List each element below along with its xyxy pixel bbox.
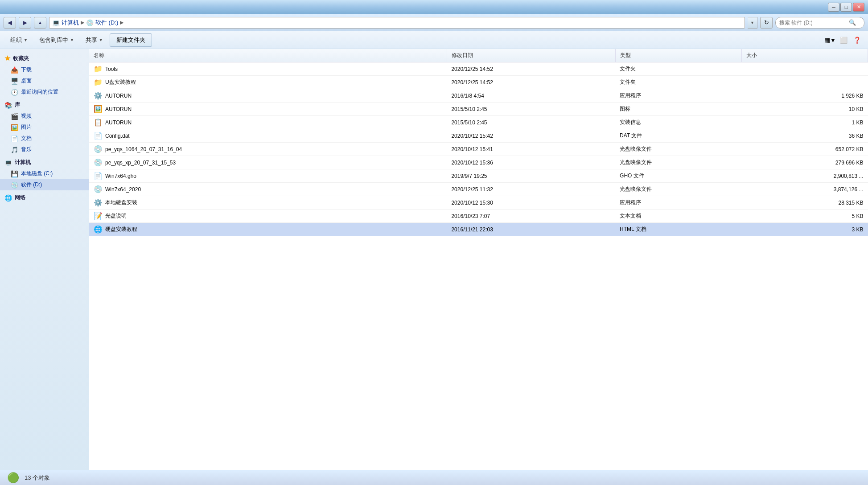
table-row[interactable]: 🌐 硬盘安装教程 2016/11/21 22:03 HTML 文档 3 KB xyxy=(89,223,868,236)
file-type: DAT 文件 xyxy=(615,129,741,143)
file-type: 文件夹 xyxy=(615,76,741,89)
file-name-cell: ⚙️ AUTORUN xyxy=(89,89,447,103)
file-area[interactable]: 名称 修改日期 类型 大小 📁 Tools 2020/12/25 14:52 文… xyxy=(89,49,868,470)
file-type: 光盘映像文件 xyxy=(615,183,741,196)
maximize-button[interactable]: □ xyxy=(840,3,852,12)
table-row[interactable]: ⚙️ AUTORUN 2016/1/8 4:54 应用程序 1,926 KB xyxy=(89,89,868,103)
sidebar-item-downloads[interactable]: 📥 下载 xyxy=(0,64,89,75)
file-type-icon: 📋 xyxy=(94,118,103,127)
file-name: U盘安装教程 xyxy=(105,78,136,86)
col-date-header[interactable]: 修改日期 xyxy=(447,49,615,62)
new-folder-button[interactable]: 新建文件夹 xyxy=(110,33,152,47)
table-row[interactable]: 📝 光盘说明 2016/10/23 7:07 文本文档 5 KB xyxy=(89,210,868,223)
table-row[interactable]: 📁 U盘安装教程 2020/12/25 14:52 文件夹 xyxy=(89,76,868,89)
file-name-cell: 💿 pe_yqs_xp_20_07_31_15_53 xyxy=(89,156,447,169)
help-button[interactable]: ❓ xyxy=(851,34,863,46)
computer-label: 计算机 xyxy=(15,159,31,166)
file-type-icon: 📁 xyxy=(94,78,103,86)
favorites-label: 收藏夹 xyxy=(13,55,29,62)
search-box: 🔍 xyxy=(775,17,864,29)
file-type: GHO 文件 xyxy=(615,169,741,183)
file-name-cell: 💿 pe_yqs_1064_20_07_31_16_04 xyxy=(89,143,447,156)
include-button[interactable]: 包含到库中 ▼ xyxy=(34,33,79,47)
view-options-button[interactable]: ▦▼ xyxy=(824,34,836,46)
music-label: 音乐 xyxy=(21,146,32,153)
sidebar-item-music[interactable]: 🎵 音乐 xyxy=(0,144,89,155)
file-name-cell: 🌐 硬盘安装教程 xyxy=(89,223,447,236)
file-name: Tools xyxy=(105,66,118,72)
downloads-label: 下载 xyxy=(21,66,32,74)
path-drive[interactable]: 软件 (D:) xyxy=(95,19,118,27)
path-separator-2: ▶ xyxy=(120,20,123,25)
table-row[interactable]: 📁 Tools 2020/12/25 14:52 文件夹 xyxy=(89,62,868,76)
search-input[interactable] xyxy=(779,20,846,26)
music-icon: 🎵 xyxy=(11,146,18,153)
search-icon[interactable]: 🔍 xyxy=(849,19,856,26)
table-row[interactable]: ⚙️ 本地硬盘安装 2020/10/12 15:30 应用程序 28,315 K… xyxy=(89,196,868,210)
table-row[interactable]: 📋 AUTORUN 2015/5/10 2:45 安装信息 1 KB xyxy=(89,116,868,129)
local-d-icon: 💿 xyxy=(11,181,18,189)
star-icon: ★ xyxy=(4,54,10,62)
sidebar-item-doc[interactable]: 📄 文档 xyxy=(0,133,89,144)
file-name-cell: 📁 Tools xyxy=(89,62,447,76)
table-row[interactable]: 💿 pe_yqs_xp_20_07_31_15_53 2020/10/12 15… xyxy=(89,156,868,169)
file-name: AUTORUN xyxy=(105,106,132,112)
file-modified: 2020/12/25 14:52 xyxy=(447,76,615,89)
network-label: 网络 xyxy=(15,194,25,201)
col-name-header[interactable]: 名称 xyxy=(89,49,447,62)
network-header[interactable]: 🌐 网络 xyxy=(0,192,89,203)
file-size: 2,900,813 ... xyxy=(741,169,868,183)
up-button[interactable]: ▲ xyxy=(34,17,46,29)
forward-button[interactable]: ▶ xyxy=(19,17,31,29)
organize-arrow: ▼ xyxy=(24,38,28,42)
preview-pane-button[interactable]: ⬜ xyxy=(838,34,849,46)
table-row[interactable]: 📄 Config.dat 2020/10/12 15:42 DAT 文件 36 … xyxy=(89,129,868,143)
file-name-cell: 📁 U盘安装教程 xyxy=(89,76,447,89)
network-icon: 🌐 xyxy=(4,194,12,201)
favorites-header[interactable]: ★ 收藏夹 xyxy=(0,53,89,64)
computer-header[interactable]: 💻 计算机 xyxy=(0,157,89,168)
file-type: 图标 xyxy=(615,103,741,116)
status-text: 13 个对象 xyxy=(25,474,50,482)
table-row[interactable]: 📄 Win7x64.gho 2019/9/7 19:25 GHO 文件 2,90… xyxy=(89,169,868,183)
sidebar-item-local-d[interactable]: 💿 软件 (D:) xyxy=(0,179,89,190)
file-size: 5 KB xyxy=(741,210,868,223)
address-dropdown-button[interactable]: ▼ xyxy=(748,17,757,29)
organize-button[interactable]: 组织 ▼ xyxy=(5,33,33,47)
file-type-icon: 📁 xyxy=(94,65,103,73)
minimize-button[interactable]: ─ xyxy=(828,3,839,12)
file-size: 652,072 KB xyxy=(741,143,868,156)
share-arrow: ▼ xyxy=(99,38,103,42)
sidebar-item-local-c[interactable]: 💾 本地磁盘 (C:) xyxy=(0,168,89,179)
sidebar-item-recent[interactable]: 🕐 最近访问的位置 xyxy=(0,86,89,98)
favorites-section: ★ 收藏夹 📥 下载 🖥️ 桌面 🕐 最近访问的位置 xyxy=(0,53,89,98)
col-size-header[interactable]: 大小 xyxy=(741,49,868,62)
close-button[interactable]: ✕ xyxy=(853,3,864,12)
path-computer[interactable]: 计算机 xyxy=(62,19,79,27)
desktop-label: 桌面 xyxy=(21,77,32,85)
file-name: pe_yqs_xp_20_07_31_15_53 xyxy=(105,160,176,166)
refresh-button[interactable]: ↻ xyxy=(760,17,773,29)
table-row[interactable]: 💿 pe_yqs_1064_20_07_31_16_04 2020/10/12 … xyxy=(89,143,868,156)
file-type: HTML 文档 xyxy=(615,223,741,236)
toolbar: 组织 ▼ 包含到库中 ▼ 共享 ▼ 新建文件夹 ▦▼ ⬜ ❓ xyxy=(0,31,868,49)
table-row[interactable]: 💿 Win7x64_2020 2020/12/25 11:32 光盘映像文件 3… xyxy=(89,183,868,196)
table-row[interactable]: 🖼️ AUTORUN 2015/5/10 2:45 图标 10 KB xyxy=(89,103,868,116)
file-modified: 2020/10/12 15:42 xyxy=(447,129,615,143)
col-type-header[interactable]: 类型 xyxy=(615,49,741,62)
share-label: 共享 xyxy=(86,36,97,44)
share-button[interactable]: 共享 ▼ xyxy=(81,33,108,47)
file-size xyxy=(741,76,868,89)
sidebar-item-desktop[interactable]: 🖥️ 桌面 xyxy=(0,75,89,86)
back-button[interactable]: ◀ xyxy=(4,17,16,29)
doc-icon: 📄 xyxy=(11,135,18,142)
address-path[interactable]: 💻 计算机 ▶ 💿 软件 (D:) ▶ xyxy=(49,17,745,29)
toolbar-right: ▦▼ ⬜ ❓ xyxy=(824,34,863,46)
address-bar: ◀ ▶ ▲ 💻 计算机 ▶ 💿 软件 (D:) ▶ ▼ ↻ 🔍 xyxy=(0,14,868,31)
sidebar-item-picture[interactable]: 🖼️ 图片 xyxy=(0,122,89,133)
library-header[interactable]: 📚 库 xyxy=(0,99,89,111)
file-name-cell: ⚙️ 本地硬盘安装 xyxy=(89,196,447,210)
sidebar: ★ 收藏夹 📥 下载 🖥️ 桌面 🕐 最近访问的位置 📚 库 🎬 xyxy=(0,49,89,470)
sidebar-item-video[interactable]: 🎬 视频 xyxy=(0,111,89,122)
file-size: 10 KB xyxy=(741,103,868,116)
